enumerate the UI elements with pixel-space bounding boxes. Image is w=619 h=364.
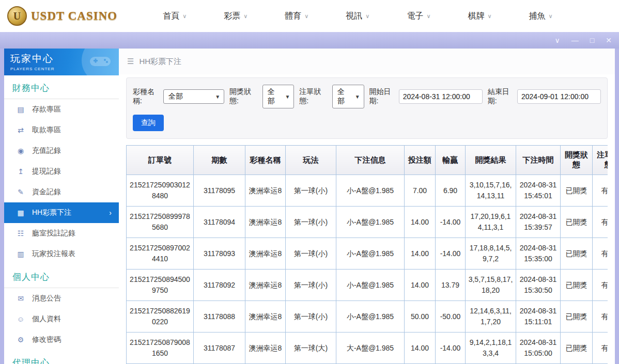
nav-item[interactable]: 捕魚∨ <box>510 11 571 22</box>
nav-item-label: 電子 <box>407 11 423 22</box>
sidebar-item-label: 充值記錄 <box>32 146 61 155</box>
sidebar-item-lottery-bet[interactable]: ▦HH彩票下注› <box>4 202 119 223</box>
table-header: 訂單號期數彩種名稱玩法下注信息投注額輸贏開獎結果下注時間開獎狀態注單狀態 <box>127 146 608 175</box>
nav-item-label: 捕魚 <box>529 11 546 22</box>
sidebar-section-label: 財務中心 <box>4 75 119 99</box>
withdrawal-record-icon: ↥ <box>17 167 25 176</box>
bet-status-select-value: 全部 <box>337 87 351 106</box>
table-cell: 小-A盤@1.985 <box>336 238 405 270</box>
table-cell: 澳洲幸运8 <box>245 175 286 207</box>
nav-item[interactable]: 視訊∨ <box>327 11 388 22</box>
table-cell: 澳洲幸运8 <box>245 238 286 270</box>
column-header: 下注信息 <box>336 146 405 175</box>
table-cell: 小-A盤@1.985 <box>336 270 405 301</box>
bet-status-select[interactable]: 全部 ▼ <box>332 85 364 108</box>
page-title: HH彩票下注 <box>139 57 181 67</box>
deposit-icon: ▤ <box>17 105 25 114</box>
chevron-down-icon: ▼ <box>285 94 290 100</box>
table-row: 215217250882619022031178088澳洲幸运8第一球(小)小-… <box>127 301 608 333</box>
chevron-right-icon: › <box>109 209 112 217</box>
table-cell: 2024-08-31 15:30:50 <box>516 270 561 301</box>
sidebar-item-change-password[interactable]: ⚙修改密碼 <box>4 329 119 350</box>
table-cell: 小-A盤@1.985 <box>336 175 405 207</box>
sidebar-item-profile[interactable]: ☺個人資料 <box>4 309 119 329</box>
sidebar-item-withdraw[interactable]: ⇄取款專區 <box>4 120 119 140</box>
table-cell: 小-A盤@1.985 <box>336 301 405 333</box>
profile-icon: ☺ <box>17 315 25 323</box>
sidebar-item-label: HH彩票下注 <box>32 208 71 217</box>
table-cell: 澳洲幸运8 <box>245 333 286 364</box>
maximize-icon[interactable]: □ <box>590 37 594 44</box>
nav-item[interactable]: 體育∨ <box>266 11 327 22</box>
sidebar-item-label: 資金記錄 <box>32 187 61 197</box>
sidebar-item-announcement[interactable]: ✉消息公告 <box>4 288 119 309</box>
nav-item[interactable]: 棋牌∨ <box>449 11 510 22</box>
bets-table: 訂單號期數彩種名稱玩法下注信息投注額輸贏開獎結果下注時間開獎狀態注單狀態 215… <box>126 145 608 364</box>
sidebar-item-recharge-record[interactable]: ◉充值記錄 <box>4 140 119 161</box>
table-cell: 2024-08-31 15:39:57 <box>516 207 561 238</box>
column-header: 彩種名稱 <box>245 146 286 175</box>
table-cell: 14.00 <box>405 333 436 364</box>
draw-status-select-value: 全部 <box>268 87 281 106</box>
game-controller-icon <box>89 54 112 68</box>
sidebar-item-label: 消息公告 <box>32 294 61 303</box>
table-row: 215217250879008165031178087澳洲幸运8第一球(大)大-… <box>127 333 608 364</box>
brand-logo[interactable]: U USDT CASINO <box>7 6 117 26</box>
room-bet-record-icon: ☷ <box>17 229 25 238</box>
table-cell: 13.79 <box>436 270 466 301</box>
sidebar-item-room-bet-record[interactable]: ☷廳室投註記錄 <box>4 223 119 244</box>
sidebar-item-funds-record[interactable]: ✎資金記錄 <box>4 182 119 202</box>
column-header: 玩法 <box>286 146 336 175</box>
table-cell: 31178087 <box>194 333 245 364</box>
sidebar-item-withdrawal-record[interactable]: ↥提現記錄 <box>4 161 119 182</box>
end-date-input[interactable] <box>517 89 601 104</box>
draw-status-select[interactable]: 全部 ▼ <box>262 85 295 108</box>
table-cell: 50.00 <box>405 301 436 333</box>
main-nav: 首頁∨彩票∨體育∨視訊∨電子∨棋牌∨捕魚∨ <box>144 11 571 22</box>
chevron-down-icon[interactable]: ∨ <box>555 37 560 44</box>
chevron-down-icon: ∨ <box>487 13 491 20</box>
sidebar-item-label: 個人資料 <box>32 314 61 324</box>
funds-record-icon: ✎ <box>17 188 25 196</box>
nav-item[interactable]: 首頁∨ <box>144 11 205 22</box>
sidebar-item-label: 修改密碼 <box>32 335 61 344</box>
brand-name: USDT CASINO <box>31 9 117 23</box>
table-cell: 有效 <box>593 270 608 301</box>
hamburger-menu-icon[interactable]: ☰ <box>127 57 134 66</box>
table-cell: 澳洲幸运8 <box>245 301 286 333</box>
table-cell: -14.00 <box>436 333 466 364</box>
chevron-down-icon: ▼ <box>355 94 360 100</box>
lottery-bet-icon: ▦ <box>17 209 25 217</box>
close-icon[interactable]: ✕ <box>606 37 612 44</box>
table-cell: 第一球(小) <box>286 175 336 207</box>
sidebar-section-label: 代理中心 <box>4 350 119 364</box>
table-cell: 2152172509030128480 <box>127 175 194 207</box>
table-cell: 3,10,15,7,16,14,13,11 <box>466 175 516 207</box>
start-date-input[interactable] <box>399 89 483 104</box>
nav-item[interactable]: 彩票∨ <box>205 11 266 22</box>
sidebar-title: 玩家中心 <box>10 52 119 66</box>
nav-item-label: 棋牌 <box>468 11 484 22</box>
table-cell: 已開獎 <box>561 207 593 238</box>
chevron-down-icon: ∨ <box>304 13 308 20</box>
table-cell: 17,20,19,6,14,11,3,1 <box>466 207 516 238</box>
table-cell: 9,14,2,1,18,13,3,4 <box>466 333 516 364</box>
bets-table-wrap: 訂單號期數彩種名稱玩法下注信息投注額輸贏開獎結果下注時間開獎狀態注單狀態 215… <box>126 145 608 364</box>
chevron-down-icon: ∨ <box>549 13 553 20</box>
sidebar-item-deposit[interactable]: ▤存款專區 <box>4 99 119 120</box>
search-button[interactable]: 查詢 <box>133 115 164 131</box>
table-cell: 6.90 <box>436 175 466 207</box>
nav-item[interactable]: 電子∨ <box>388 11 449 22</box>
lottery-select[interactable]: 全部 ▼ <box>163 89 224 104</box>
column-header: 投注額 <box>405 146 436 175</box>
table-cell: 第一球(小) <box>286 238 336 270</box>
table-cell: 有效 <box>593 333 608 364</box>
lottery-filter-label: 彩種名稱: <box>133 87 160 106</box>
sidebar-item-player-bet-report[interactable]: ▥玩家投注報表 <box>4 244 119 264</box>
site-topbar: U USDT CASINO 首頁∨彩票∨體育∨視訊∨電子∨棋牌∨捕魚∨ <box>0 0 619 32</box>
window-titlebar: ∨—□✕ <box>0 32 619 49</box>
minimize-icon[interactable]: — <box>571 37 579 44</box>
table-cell: 已開獎 <box>561 301 593 333</box>
table-cell: 31178094 <box>194 207 245 238</box>
breadcrumb: ☰ HH彩票下注 <box>119 49 615 74</box>
